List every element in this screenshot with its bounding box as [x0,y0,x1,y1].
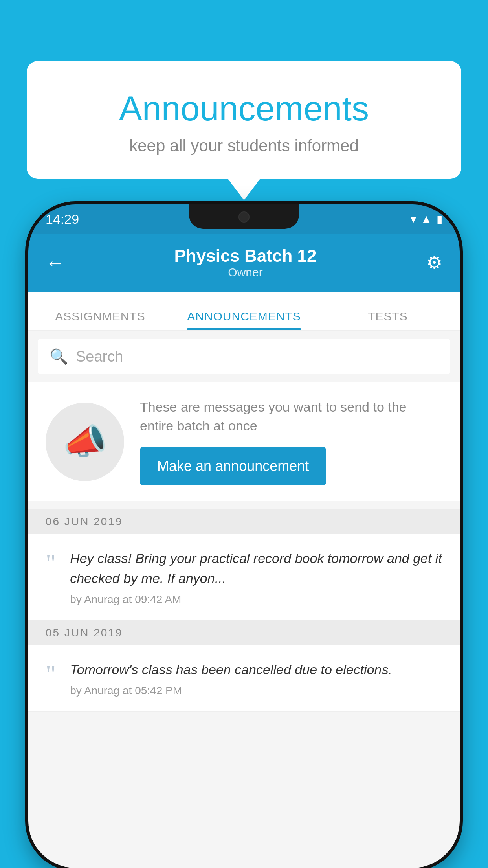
date-separator-1: 06 JUN 2019 [28,509,460,534]
announcement-text-2: Tomorrow's class has been cancelled due … [70,660,442,680]
phone-shell: 14:29 ▾ ▲ ▮ ← Physics Batch 12 Owner ⚙ [28,204,460,868]
settings-icon[interactable]: ⚙ [426,252,442,273]
header-title: Physics Batch 12 [174,246,317,266]
tab-assignments[interactable]: ASSIGNMENTS [28,310,172,330]
phone-inner: 14:29 ▾ ▲ ▮ ← Physics Batch 12 Owner ⚙ [28,204,460,868]
announcement-icon-circle: 📣 [46,403,124,481]
wifi-icon: ▾ [411,213,416,226]
phone-mockup: 14:29 ▾ ▲ ▮ ← Physics Batch 12 Owner ⚙ [28,204,460,868]
front-camera [238,211,250,223]
announcement-item-2[interactable]: " Tomorrow's class has been cancelled du… [28,645,460,712]
speech-bubble-title: Announcements [50,88,438,129]
date-separator-2: 05 JUN 2019 [28,620,460,645]
quote-icon-1: " [46,551,56,576]
megaphone-icon: 📣 [63,421,107,462]
search-icon: 🔍 [50,348,68,365]
tab-bar: ASSIGNMENTS ANNOUNCEMENTS TESTS [28,292,460,331]
make-announcement-button[interactable]: Make an announcement [140,447,326,485]
app-header: ← Physics Batch 12 Owner ⚙ [28,234,460,292]
announcement-text-1: Hey class! Bring your practical record b… [70,548,442,588]
header-subtitle: Owner [174,266,317,279]
announcement-content-2: Tomorrow's class has been cancelled due … [70,660,442,697]
phone-notch [189,204,299,229]
tab-announcements[interactable]: ANNOUNCEMENTS [172,310,316,330]
header-center: Physics Batch 12 Owner [174,246,317,279]
speech-bubble-subtitle: keep all your students informed [50,136,438,155]
content-area: 🔍 Search 📣 These are messages you want t… [28,331,460,868]
announcement-right: These are messages you want to send to t… [140,398,442,485]
back-button[interactable]: ← [46,252,64,274]
announcement-item-1[interactable]: " Hey class! Bring your practical record… [28,534,460,620]
battery-icon: ▮ [437,213,442,226]
tab-tests[interactable]: TESTS [316,310,460,330]
announcement-meta-2: by Anurag at 05:42 PM [70,684,442,697]
announcement-description: These are messages you want to send to t… [140,398,442,435]
status-time: 14:29 [46,211,79,227]
status-icons: ▾ ▲ ▮ [411,213,442,226]
search-bar[interactable]: 🔍 Search [38,339,450,374]
speech-bubble: Announcements keep all your students inf… [27,61,461,179]
quote-icon-2: " [46,662,56,687]
speech-bubble-container: Announcements keep all your students inf… [27,61,461,179]
search-placeholder: Search [76,348,123,365]
announcement-prompt: 📣 These are messages you want to send to… [28,382,460,501]
signal-icon: ▲ [421,213,432,225]
announcement-content-1: Hey class! Bring your practical record b… [70,548,442,606]
announcement-meta-1: by Anurag at 09:42 AM [70,593,442,606]
